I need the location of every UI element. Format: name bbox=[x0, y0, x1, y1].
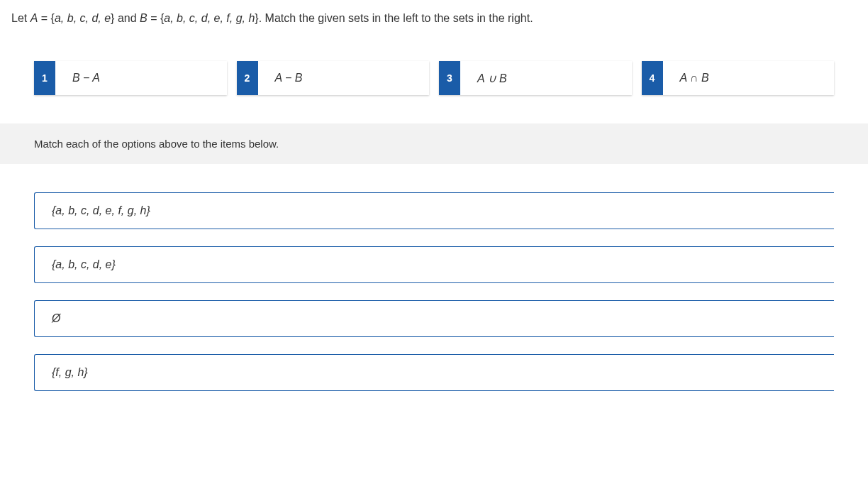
set-b-var: B bbox=[140, 12, 148, 24]
option-number: 2 bbox=[237, 61, 258, 95]
option-label: A ∩ B bbox=[663, 72, 709, 84]
target-label: {a, b, c, d, e} bbox=[52, 258, 116, 270]
eq2: = { bbox=[148, 12, 165, 24]
set-a-var: A bbox=[30, 12, 38, 24]
target-box-2[interactable]: {a, b, c, d, e} bbox=[34, 246, 834, 283]
options-row: 1 B − A 2 A − B 3 A ∪ B 4 A ∩ B bbox=[0, 27, 868, 123]
instruction-bar: Match each of the options above to the i… bbox=[0, 123, 868, 164]
eq1: = { bbox=[38, 12, 55, 24]
option-card-3[interactable]: 3 A ∪ B bbox=[439, 61, 632, 95]
option-card-2[interactable]: 2 A − B bbox=[237, 61, 430, 95]
instruction-text: Match each of the options above to the i… bbox=[34, 138, 279, 150]
target-box-3[interactable]: Ø bbox=[34, 300, 834, 337]
target-label: {f, g, h} bbox=[52, 366, 88, 378]
option-number: 1 bbox=[34, 61, 55, 95]
option-number: 3 bbox=[439, 61, 460, 95]
option-number: 4 bbox=[642, 61, 663, 95]
brace-close-and: } and bbox=[111, 12, 140, 24]
target-label: Ø bbox=[52, 312, 60, 324]
question-prompt: Let A = {a, b, c, d, e} and B = {a, b, c… bbox=[0, 0, 868, 27]
set-b-elems: a, b, c, d, e, f, g, h bbox=[164, 12, 255, 24]
set-a-elems: a, b, c, d, e bbox=[55, 12, 111, 24]
option-card-4[interactable]: 4 A ∩ B bbox=[642, 61, 835, 95]
target-box-4[interactable]: {f, g, h} bbox=[34, 354, 834, 391]
option-label: B − A bbox=[55, 72, 100, 84]
option-label: A ∪ B bbox=[460, 72, 507, 85]
option-label: A − B bbox=[258, 72, 303, 84]
target-label: {a, b, c, d, e, f, g, h} bbox=[52, 204, 150, 216]
question-suffix: }. Match the given sets in the left to t… bbox=[255, 12, 533, 24]
question-prefix: Let bbox=[11, 12, 30, 24]
target-box-1[interactable]: {a, b, c, d, e, f, g, h} bbox=[34, 192, 834, 229]
option-card-1[interactable]: 1 B − A bbox=[34, 61, 227, 95]
targets-container: {a, b, c, d, e, f, g, h} {a, b, c, d, e}… bbox=[0, 164, 868, 391]
